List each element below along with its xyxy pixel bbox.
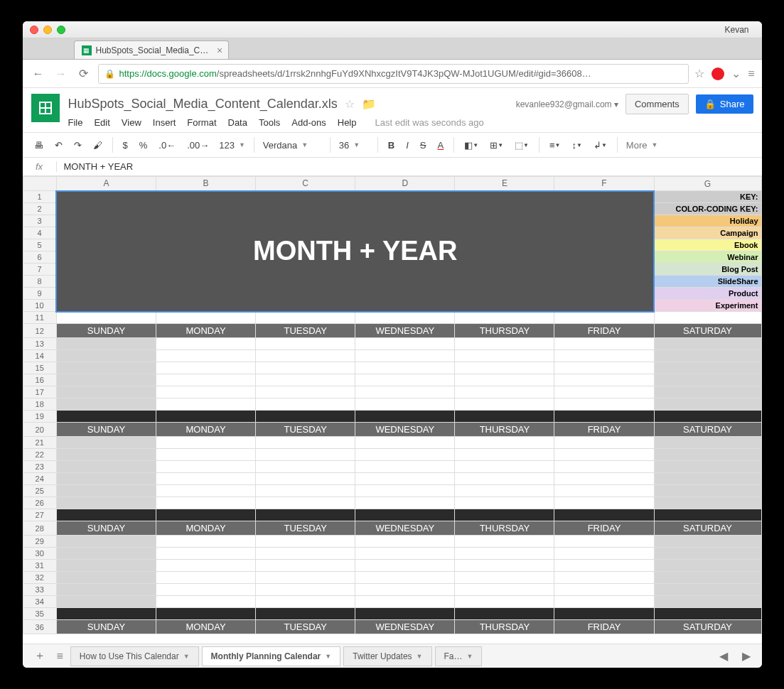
- cell[interactable]: [654, 374, 761, 386]
- cell[interactable]: [654, 572, 761, 584]
- cell[interactable]: [554, 584, 654, 596]
- menu-file[interactable]: File: [68, 117, 83, 128]
- cell[interactable]: [256, 548, 355, 560]
- row-header[interactable]: 5: [23, 239, 56, 251]
- cell[interactable]: [355, 386, 455, 398]
- day-header[interactable]: MONDAY: [156, 521, 256, 536]
- day-header[interactable]: FRIDAY: [554, 423, 654, 437]
- cell[interactable]: [654, 398, 761, 411]
- column-header[interactable]: E: [455, 177, 554, 191]
- day-header[interactable]: SATURDAY: [654, 620, 761, 634]
- cell[interactable]: [156, 509, 256, 521]
- cell[interactable]: [654, 338, 761, 350]
- key-item[interactable]: Product: [654, 288, 761, 300]
- cell[interactable]: [355, 437, 455, 449]
- day-header[interactable]: MONDAY: [156, 620, 256, 634]
- percent-button[interactable]: %: [135, 137, 152, 153]
- document-title[interactable]: HubSpots_Social_Media_Content_Calendar.x…: [68, 97, 338, 112]
- bold-button[interactable]: B: [384, 137, 399, 153]
- cell[interactable]: [554, 398, 654, 411]
- chevron-down-icon[interactable]: ▼: [183, 653, 190, 660]
- key-item[interactable]: Campaign: [654, 227, 761, 239]
- cell[interactable]: [654, 473, 761, 485]
- cell[interactable]: [56, 374, 156, 386]
- cell[interactable]: [56, 485, 156, 497]
- browser-menu-icon[interactable]: ≡: [748, 67, 754, 80]
- row-header[interactable]: 13: [23, 338, 56, 350]
- day-header[interactable]: MONDAY: [156, 324, 256, 338]
- sheet-tab[interactable]: How to Use This Calendar▼: [70, 646, 199, 666]
- text-wrap-button[interactable]: ↲▼: [589, 137, 611, 153]
- row-header[interactable]: 17: [23, 386, 56, 398]
- cell[interactable]: [56, 596, 156, 608]
- cell[interactable]: [156, 374, 256, 386]
- key-item[interactable]: Webinar: [654, 251, 761, 264]
- cell[interactable]: [355, 572, 455, 584]
- column-header[interactable]: D: [355, 177, 455, 191]
- column-header[interactable]: G: [654, 177, 761, 191]
- cell[interactable]: [256, 596, 355, 608]
- sheets-logo[interactable]: [31, 94, 60, 122]
- cell[interactable]: [156, 572, 256, 584]
- cell[interactable]: [554, 536, 654, 548]
- formula-input[interactable]: MONTH + YEAR: [57, 161, 134, 172]
- cell[interactable]: [56, 584, 156, 596]
- cell[interactable]: [256, 362, 355, 374]
- day-header[interactable]: TUESDAY: [256, 620, 355, 634]
- day-header[interactable]: THURSDAY: [455, 423, 554, 437]
- cell[interactable]: [256, 497, 355, 509]
- cell[interactable]: [455, 338, 554, 350]
- cell[interactable]: [256, 312, 355, 324]
- cell[interactable]: [156, 338, 256, 350]
- extension-icon[interactable]: [711, 67, 724, 80]
- cell[interactable]: [455, 497, 554, 509]
- h-align-button[interactable]: ≡▼: [545, 137, 565, 153]
- cell[interactable]: [56, 338, 156, 350]
- cell[interactable]: [455, 572, 554, 584]
- cell[interactable]: [654, 386, 761, 398]
- cell[interactable]: [554, 560, 654, 572]
- cell[interactable]: [355, 411, 455, 423]
- row-header[interactable]: 11: [23, 312, 56, 324]
- row-header[interactable]: 28: [23, 521, 56, 536]
- cell[interactable]: [256, 398, 355, 411]
- cell[interactable]: [256, 411, 355, 423]
- row-header[interactable]: 34: [23, 596, 56, 608]
- row-header[interactable]: 32: [23, 572, 56, 584]
- cell[interactable]: [56, 386, 156, 398]
- menu-tools[interactable]: Tools: [259, 117, 280, 128]
- row-header[interactable]: 35: [23, 608, 56, 620]
- tab-scroll-left[interactable]: ◀: [715, 646, 732, 666]
- row-header[interactable]: 4: [23, 227, 56, 239]
- key-item[interactable]: Ebook: [654, 239, 761, 251]
- row-header[interactable]: 12: [23, 324, 56, 338]
- row-header[interactable]: 21: [23, 437, 56, 449]
- day-header[interactable]: FRIDAY: [554, 521, 654, 536]
- merge-cells-button[interactable]: ⬚▼: [510, 137, 533, 153]
- select-all-corner[interactable]: [23, 177, 56, 191]
- column-header[interactable]: B: [156, 177, 256, 191]
- cell[interactable]: [455, 596, 554, 608]
- font-select[interactable]: Verdana▼: [260, 140, 324, 151]
- cell[interactable]: [56, 350, 156, 362]
- cell[interactable]: [56, 548, 156, 560]
- share-button[interactable]: 🔒 Share: [696, 94, 753, 114]
- number-format-select[interactable]: 123▼: [216, 140, 248, 151]
- cell[interactable]: [355, 536, 455, 548]
- cell[interactable]: [156, 449, 256, 461]
- fill-color-button[interactable]: ◧▼: [460, 137, 483, 153]
- browser-profile-name[interactable]: Kevan: [719, 23, 754, 36]
- cell[interactable]: [56, 608, 156, 620]
- redo-button[interactable]: ↷: [70, 137, 86, 153]
- cell[interactable]: [455, 374, 554, 386]
- row-header[interactable]: 16: [23, 374, 56, 386]
- day-header[interactable]: SATURDAY: [654, 324, 761, 338]
- menu-view[interactable]: View: [122, 117, 141, 128]
- cell[interactable]: [355, 509, 455, 521]
- cell[interactable]: [455, 473, 554, 485]
- cell[interactable]: [256, 485, 355, 497]
- row-header[interactable]: 6: [23, 251, 56, 264]
- tab-scroll-right[interactable]: ▶: [738, 646, 755, 666]
- browser-tab[interactable]: ▦ HubSpots_Social_Media_C… ×: [74, 40, 230, 59]
- cell[interactable]: [156, 437, 256, 449]
